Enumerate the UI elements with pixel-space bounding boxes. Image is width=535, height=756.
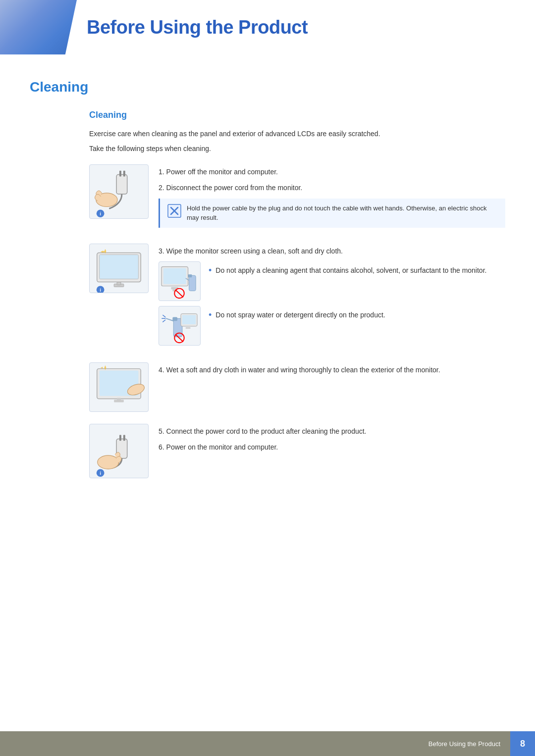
- plug-unplug-image: i: [89, 164, 149, 219]
- step-4-text: 4. Wet a soft and dry cloth in water and…: [159, 364, 505, 375]
- monitor-exterior-image: [89, 362, 149, 412]
- steps-area: i 1. Power off the monitor and computer.…: [89, 164, 505, 478]
- sub-heading: Cleaning: [89, 110, 505, 120]
- footer-page-number: 8: [510, 731, 535, 756]
- bullet-2-content: • Do not spray water or detergent direct…: [209, 306, 505, 323]
- svg-text:i: i: [100, 470, 101, 476]
- spray-bottle-image: [159, 306, 201, 346]
- page-title: Before Using the Product: [87, 17, 308, 38]
- bullet-item-1: • Do not apply a cleaning agent that con…: [209, 265, 505, 276]
- sub-section: Cleaning Exercise care when cleaning as …: [89, 110, 505, 478]
- page-footer: Before Using the Product 8: [0, 731, 535, 756]
- svg-line-20: [175, 290, 183, 298]
- intro-line-2: Take the following steps when cleaning.: [89, 143, 505, 154]
- svg-rect-10: [100, 254, 139, 279]
- step-row-3: i 3. Wipe the monitor screen using a cle…: [89, 244, 505, 351]
- step-4-content: 4. Wet a soft and dry cloth in water and…: [159, 362, 505, 380]
- step-5-content: 5. Connect the power cord to the product…: [159, 424, 505, 458]
- svg-rect-34: [119, 435, 121, 441]
- bullet-item-2: • Do not spray water or detergent direct…: [209, 310, 505, 320]
- warning-icon: [167, 203, 182, 218]
- svg-rect-14: [163, 268, 186, 284]
- plug-connect-image: i: [89, 424, 149, 478]
- footer-breadcrumb: Before Using the Product: [428, 740, 510, 748]
- svg-rect-35: [123, 435, 125, 441]
- step-5-text: 5. Connect the power cord to the product…: [159, 426, 505, 437]
- section-heading: Cleaning: [30, 79, 505, 95]
- bullet-1-content: • Do not apply a cleaning agent that con…: [209, 261, 505, 279]
- monitor-wipe-image: i: [89, 244, 149, 293]
- bullet-note-1: • Do not apply a cleaning agent that con…: [159, 261, 505, 301]
- page-header: Before Using the Product: [0, 0, 535, 54]
- svg-rect-0: [116, 174, 127, 194]
- step-row-4: 4. Wet a soft and dry cloth in water and…: [89, 362, 505, 412]
- svg-text:i: i: [100, 287, 101, 293]
- svg-rect-1: [119, 170, 121, 176]
- header-accent: [0, 0, 77, 54]
- main-content: Cleaning Cleaning Exercise care when cle…: [0, 54, 535, 530]
- bullet-dot-2: •: [209, 310, 212, 319]
- warning-box: Hold the power cable by the plug and do …: [159, 199, 505, 228]
- cleaning-agent-image: [159, 261, 201, 301]
- step-2-text: 2. Disconnect the power cord from the mo…: [159, 182, 505, 193]
- step-3-text: 3. Wipe the monitor screen using a clean…: [159, 246, 505, 256]
- svg-rect-17: [189, 275, 196, 291]
- svg-rect-18: [188, 274, 192, 277]
- step-3-content: 3. Wipe the monitor screen using a clean…: [159, 244, 505, 351]
- bullet-text-2: Do not spray water or detergent directly…: [215, 310, 385, 320]
- svg-point-36: [98, 455, 119, 469]
- intro-line-1: Exercise care when cleaning as the panel…: [89, 128, 505, 139]
- svg-rect-24: [182, 315, 196, 324]
- bullet-dot-1: •: [209, 266, 212, 275]
- step-row-5: i 5. Connect the power cord to the produ…: [89, 424, 505, 478]
- step-row-1: i 1. Power off the monitor and computer.…: [89, 164, 505, 232]
- step-6-text: 6. Power on the monitor and computer.: [159, 442, 505, 453]
- svg-rect-25: [186, 327, 191, 329]
- svg-rect-2: [123, 170, 125, 176]
- warning-text: Hold the power cable by the plug and do …: [187, 203, 498, 223]
- bullet-note-2: • Do not spray water or detergent direct…: [159, 306, 505, 346]
- bullet-text-1: Do not apply a cleaning agent that conta…: [215, 265, 486, 276]
- svg-rect-31: [117, 398, 121, 401]
- step-1-text: 1. Power off the monitor and computer.: [159, 166, 505, 177]
- svg-text:i: i: [100, 211, 101, 216]
- step-1-content: 1. Power off the monitor and computer. 2…: [159, 164, 505, 232]
